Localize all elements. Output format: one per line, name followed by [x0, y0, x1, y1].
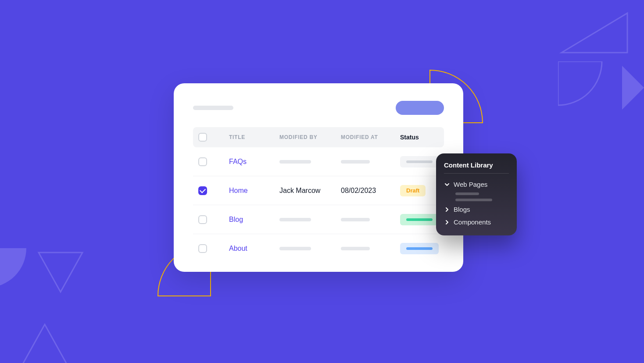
row-modified-by-placeholder — [279, 247, 311, 250]
table-row[interactable]: FAQs — [193, 147, 444, 176]
row-checkbox[interactable] — [198, 186, 207, 195]
chevron-right-icon — [444, 206, 450, 213]
panel-title: Content Library — [444, 161, 509, 174]
row-title-link[interactable]: FAQs — [229, 158, 279, 166]
row-modified-by-placeholder — [279, 218, 311, 221]
library-tree-subitem-placeholder[interactable] — [444, 191, 509, 197]
row-modified-at: 08/02/2023 — [341, 187, 400, 195]
row-checkbox[interactable] — [198, 157, 207, 166]
table-row[interactable]: Blog — [193, 205, 444, 234]
content-table: TITLE MODIFIED BY MODIFIED AT Status FAQ… — [193, 127, 444, 263]
library-tree-item[interactable]: Components — [444, 216, 509, 228]
library-tree-item-label: Web Pages — [454, 181, 487, 188]
row-checkbox[interactable] — [198, 215, 207, 224]
status-badge — [400, 156, 439, 167]
status-badge — [400, 243, 439, 254]
column-header-modified-at[interactable]: MODIFIED AT — [341, 134, 400, 140]
table-row[interactable]: About — [193, 234, 444, 263]
column-header-title[interactable]: TITLE — [229, 134, 279, 140]
row-modified-at-placeholder — [341, 247, 370, 250]
row-title-link[interactable]: Blog — [229, 216, 279, 224]
primary-action-button[interactable] — [396, 101, 444, 115]
row-title-link[interactable]: Home — [229, 187, 279, 195]
library-tree-item-label: Blogs — [454, 206, 470, 213]
header-title-placeholder — [193, 106, 233, 110]
content-table-card: TITLE MODIFIED BY MODIFIED AT Status FAQ… — [174, 83, 463, 272]
chevron-right-icon — [444, 219, 450, 225]
table-row[interactable]: HomeJack Marcow08/02/2023Draft — [193, 176, 444, 205]
row-checkbox[interactable] — [198, 244, 207, 253]
row-title-link[interactable]: About — [229, 245, 279, 253]
row-modified-by: Jack Marcow — [279, 187, 341, 195]
chevron-down-icon — [444, 182, 450, 188]
library-tree-item[interactable]: Blogs — [444, 203, 509, 216]
library-tree-subitem-placeholder[interactable] — [444, 197, 509, 203]
column-header-modified-by[interactable]: MODIFIED BY — [279, 134, 341, 140]
row-modified-at-placeholder — [341, 160, 370, 164]
status-badge: Draft — [400, 185, 426, 196]
row-modified-by-placeholder — [279, 160, 311, 164]
table-header-row: TITLE MODIFIED BY MODIFIED AT Status — [193, 127, 444, 147]
status-badge — [400, 214, 439, 225]
column-header-status[interactable]: Status — [400, 134, 439, 141]
library-tree-item[interactable]: Web Pages — [444, 178, 509, 191]
library-tree-item-label: Components — [454, 218, 491, 226]
select-all-checkbox[interactable] — [198, 133, 207, 142]
card-header — [193, 101, 444, 115]
content-library-panel: Content Library Web PagesBlogsComponents — [436, 153, 517, 235]
row-modified-at-placeholder — [341, 218, 370, 221]
